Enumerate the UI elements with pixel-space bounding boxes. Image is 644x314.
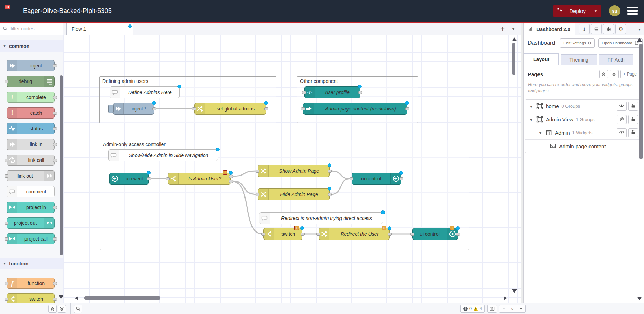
input-port[interactable] bbox=[166, 177, 170, 180]
node-ui-event-node[interactable]: ui-event bbox=[109, 173, 149, 185]
sidebar-scrollbar[interactable] bbox=[639, 44, 643, 159]
lock-toggle-button[interactable] bbox=[628, 128, 638, 137]
input-port[interactable] bbox=[261, 233, 265, 236]
lock-toggle-button[interactable] bbox=[628, 102, 638, 111]
tab-theming[interactable]: Theming bbox=[561, 54, 597, 65]
tree-row-admin[interactable]: ▾Admin1 Widgets bbox=[525, 126, 640, 140]
sidebar-splitter[interactable] bbox=[521, 23, 524, 303]
node-comment-define-admins[interactable]: Define Admins Here bbox=[110, 86, 180, 98]
output-port[interactable] bbox=[388, 233, 392, 236]
main-menu-button[interactable] bbox=[627, 7, 638, 15]
group-defining-admin-users[interactable]: Defining admin users bbox=[99, 76, 276, 123]
output-port[interactable] bbox=[53, 64, 57, 67]
node-ui-markdown-admin-page[interactable]: Admin page content (markdown) bbox=[303, 103, 407, 115]
group-other-component[interactable]: Other component bbox=[297, 76, 418, 123]
output-port[interactable] bbox=[53, 206, 57, 209]
output-port[interactable] bbox=[400, 177, 403, 180]
sidebar-tabs-chevron-icon[interactable]: ▾ bbox=[638, 27, 641, 32]
palette-node-inject[interactable]: inject bbox=[7, 60, 55, 71]
node-ui-control-top[interactable]: ui control bbox=[352, 173, 401, 185]
node-inject-node[interactable]: inject ¹ bbox=[113, 103, 154, 115]
output-port[interactable] bbox=[53, 298, 57, 301]
output-port[interactable] bbox=[301, 233, 305, 236]
palette-node-link-out[interactable]: link out bbox=[7, 170, 55, 181]
search-flows-button[interactable] bbox=[74, 305, 82, 313]
input-port[interactable] bbox=[256, 193, 259, 196]
output-port[interactable] bbox=[53, 112, 57, 115]
navigator-button[interactable] bbox=[487, 305, 497, 313]
lock-toggle-button[interactable] bbox=[628, 115, 638, 124]
palette-category-common[interactable]: ▾common bbox=[0, 40, 63, 52]
add-page-button[interactable]: + Page bbox=[620, 70, 640, 78]
tab-flow-1[interactable]: Flow 1 bbox=[66, 23, 133, 35]
output-port[interactable] bbox=[147, 177, 151, 180]
palette-category-function[interactable]: ▾function bbox=[0, 258, 63, 269]
input-port[interactable] bbox=[5, 298, 8, 301]
input-port[interactable] bbox=[5, 282, 8, 285]
tab-ff-auth[interactable]: FF Auth bbox=[599, 54, 633, 65]
palette-node-project-out[interactable]: project out bbox=[7, 217, 55, 229]
output-port[interactable] bbox=[456, 233, 460, 236]
chevron-down-icon[interactable]: ▾ bbox=[530, 104, 535, 109]
node-change-hide-admin-page[interactable]: Hide Admin Page bbox=[258, 188, 330, 200]
palette-node-project-call[interactable]: project call bbox=[7, 233, 55, 244]
zoom-in-button[interactable]: + bbox=[517, 305, 526, 313]
input-port[interactable] bbox=[256, 170, 259, 173]
canvas-scroll-left-icon[interactable] bbox=[74, 296, 79, 300]
input-port[interactable] bbox=[5, 159, 8, 162]
canvas-scroll-down-icon[interactable] bbox=[512, 289, 517, 293]
canvas-vertical-scrollbar[interactable] bbox=[512, 43, 515, 75]
deploy-options-chevron-icon[interactable]: ▼ bbox=[590, 5, 601, 17]
move-up-button[interactable] bbox=[599, 70, 608, 78]
output-port[interactable] bbox=[405, 107, 409, 110]
notifications-badge[interactable]: 0 4 bbox=[460, 305, 485, 313]
input-port[interactable] bbox=[5, 80, 8, 83]
tab-layout[interactable]: Layout bbox=[524, 53, 559, 65]
output-port[interactable] bbox=[328, 193, 332, 196]
input-port[interactable] bbox=[316, 233, 320, 236]
output-port[interactable] bbox=[53, 159, 57, 162]
deploy-button[interactable]: Deploy ▼ bbox=[553, 5, 601, 17]
palette-node-link-in[interactable]: link in bbox=[7, 139, 55, 150]
palette-filter-input[interactable] bbox=[10, 26, 55, 32]
user-avatar[interactable]: su bbox=[609, 5, 620, 16]
flow-canvas[interactable]: Defining admin usersOther componentAdmin… bbox=[63, 35, 521, 303]
input-port[interactable] bbox=[5, 222, 8, 225]
debug-tab-button[interactable] bbox=[603, 24, 614, 34]
sidebar-scroll-up-icon[interactable] bbox=[637, 37, 642, 42]
tree-row-admin-view[interactable]: ▾Admin View1 Groups bbox=[525, 113, 640, 126]
open-dashboard-button[interactable]: Open Dashboard bbox=[598, 38, 643, 48]
output-port[interactable] bbox=[152, 107, 156, 110]
output-port[interactable] bbox=[328, 170, 332, 173]
palette-node-status[interactable]: status bbox=[7, 123, 55, 134]
node-switch-node[interactable]: switch! bbox=[263, 228, 302, 240]
node-ui-template-user-profile[interactable]: </>user profile bbox=[304, 86, 360, 98]
info-tab-button[interactable]: i bbox=[579, 24, 590, 34]
output-port[interactable] bbox=[53, 237, 57, 241]
flow-list-chevron-icon[interactable]: ▾ bbox=[512, 27, 514, 31]
palette-node-switch[interactable]: switch bbox=[7, 293, 55, 303]
tree-row-admin-page-content-m[interactable]: Admin page content (m… bbox=[525, 140, 640, 153]
input-port[interactable] bbox=[410, 233, 414, 236]
visibility-toggle-button[interactable] bbox=[617, 128, 627, 137]
tree-row-home[interactable]: ▾home0 Groups bbox=[525, 100, 640, 113]
zoom-out-button[interactable]: − bbox=[499, 305, 508, 313]
palette-node-comment[interactable]: comment bbox=[7, 186, 55, 197]
canvas-scroll-right-icon[interactable] bbox=[503, 296, 508, 300]
output-port[interactable] bbox=[53, 143, 57, 146]
add-flow-button[interactable]: + bbox=[500, 26, 505, 33]
expand-categories-button[interactable] bbox=[58, 305, 66, 313]
output-port-2[interactable] bbox=[229, 180, 233, 183]
tab-dashboard-2[interactable]: Dashboard 2.0 bbox=[524, 23, 575, 35]
node-change-set-global-admins[interactable]: set global.admins bbox=[194, 103, 266, 115]
node-change-show-admin-page[interactable]: Show Admin Page bbox=[258, 165, 330, 177]
config-tab-button[interactable]: ⚙ bbox=[615, 24, 626, 34]
palette-scroll-down-icon[interactable] bbox=[58, 295, 63, 299]
input-port[interactable] bbox=[301, 107, 305, 110]
chevron-down-icon[interactable]: ▾ bbox=[530, 117, 535, 122]
node-change-redirect-user[interactable]: Redirect the User! bbox=[319, 228, 390, 240]
input-port[interactable] bbox=[350, 177, 353, 180]
output-port[interactable] bbox=[264, 107, 268, 110]
palette-node-function[interactable]: ffunction bbox=[7, 278, 55, 289]
sidebar-scroll-down-icon[interactable] bbox=[637, 296, 642, 301]
